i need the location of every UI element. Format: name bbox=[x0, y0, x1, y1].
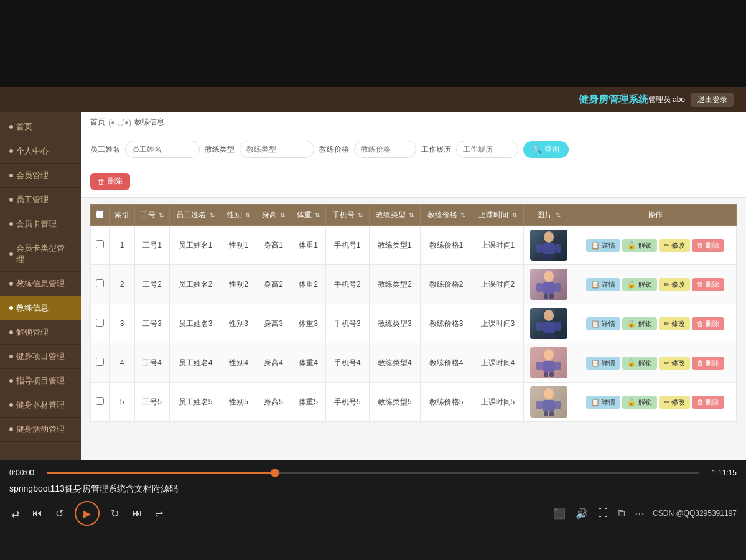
detail-button[interactable]: 📋 详情 bbox=[586, 278, 620, 291]
table-container: 索引 工号 ⇅ 员工姓名 ⇅ 性别 ⇅ 身高 ⇅ 体重 ⇅ 手机号 ⇅ 教练类型… bbox=[81, 198, 746, 428]
delete-button[interactable]: 🗑 删除 bbox=[692, 278, 724, 291]
row-type: 教练类型4 bbox=[369, 343, 421, 383]
action-buttons: 📋 详情 🔓 解锁 ✏ 修改 🗑 删除 bbox=[578, 278, 732, 291]
row-checkbox[interactable] bbox=[96, 397, 104, 405]
loop-button[interactable]: ⇌ bbox=[153, 506, 165, 521]
row-actions: 📋 详情 🔓 解锁 ✏ 修改 🗑 删除 bbox=[574, 265, 737, 304]
table-row: 1 工号1 员工姓名1 性别1 身高1 体重1 手机号1 教练类型1 教练价格1… bbox=[91, 226, 737, 265]
row-checkbox-cell bbox=[91, 383, 110, 422]
sidebar-item-activity[interactable]: 健身活动管理 bbox=[0, 418, 81, 442]
delete-btn-label: 删除 bbox=[108, 176, 123, 187]
sidebar-item-fitness-project[interactable]: 健身项目管理 bbox=[0, 345, 81, 369]
progress-bar[interactable] bbox=[47, 472, 699, 474]
controls-left: ⇄ ⏮ ↺ ▶ ↻ ⏭ ⇌ bbox=[9, 501, 165, 526]
volume-button[interactable]: 🔊 bbox=[574, 506, 590, 521]
sidebar-dot bbox=[9, 403, 13, 407]
play-button[interactable]: ▶ bbox=[75, 501, 100, 526]
edit-button[interactable]: ✏ 修改 bbox=[659, 396, 690, 409]
row-checkbox[interactable] bbox=[96, 279, 104, 287]
row-height: 身高5 bbox=[256, 383, 291, 422]
row-no: 工号4 bbox=[135, 343, 170, 383]
time-total: 1:11:15 bbox=[706, 469, 737, 477]
delete-button[interactable]: 🗑 删除 bbox=[692, 317, 724, 330]
svg-rect-27 bbox=[555, 401, 561, 409]
sort-icon: ⇅ bbox=[556, 212, 561, 218]
row-price: 教练价格2 bbox=[421, 265, 472, 304]
edit-button[interactable]: ✏ 修改 bbox=[659, 278, 690, 291]
row-checkbox[interactable] bbox=[96, 358, 104, 366]
sidebar-item-coach-mgmt[interactable]: 教练信息管理 bbox=[0, 272, 81, 296]
svg-rect-5 bbox=[549, 254, 554, 259]
row-height: 身高3 bbox=[256, 304, 291, 343]
fullscreen-button[interactable]: ⛶ bbox=[596, 506, 610, 521]
unlock-button[interactable]: 🔓 解锁 bbox=[622, 278, 656, 291]
sidebar-item-members[interactable]: 会员管理 bbox=[0, 164, 81, 188]
sidebar-item-home[interactable]: 首页 bbox=[0, 115, 81, 139]
rewind-button[interactable]: ↺ bbox=[54, 506, 65, 521]
sidebar-item-coach-info[interactable]: 教练信息 bbox=[0, 296, 81, 320]
edit-button[interactable]: ✏ 修改 bbox=[659, 317, 690, 330]
progress-thumb[interactable] bbox=[271, 469, 279, 477]
sidebar-item-guide-project[interactable]: 指导项目管理 bbox=[0, 369, 81, 393]
sidebar-item-equipment[interactable]: 健身器材管理 bbox=[0, 393, 81, 418]
edit-button[interactable]: ✏ 修改 bbox=[659, 357, 690, 370]
row-name: 员工姓名2 bbox=[170, 265, 221, 304]
sidebar-label-home: 首页 bbox=[16, 121, 32, 133]
edit-button[interactable]: ✏ 修改 bbox=[659, 239, 690, 252]
fitness-person-icon bbox=[530, 308, 567, 339]
row-phone: 手机号4 bbox=[326, 343, 369, 383]
exp-input[interactable] bbox=[456, 141, 518, 158]
select-all-checkbox[interactable] bbox=[96, 210, 104, 218]
app-body: 首页 个人中心 会员管理 员工管理 会员卡管理 会员卡类型管理 bbox=[0, 112, 746, 460]
header-index: 索引 bbox=[110, 205, 135, 226]
search-button[interactable]: 🔍 查询 bbox=[523, 141, 569, 158]
breadcrumb-home[interactable]: 首页 bbox=[90, 117, 105, 128]
header-action: 操作 bbox=[574, 205, 737, 226]
row-gender: 性别5 bbox=[221, 383, 256, 422]
sidebar-item-personal[interactable]: 个人中心 bbox=[0, 139, 81, 164]
forward-button[interactable]: ↻ bbox=[109, 506, 121, 521]
sidebar-item-member-card[interactable]: 会员卡管理 bbox=[0, 212, 81, 236]
row-weight: 体重1 bbox=[291, 226, 326, 265]
delete-button[interactable]: 🗑 删除 bbox=[692, 357, 724, 370]
prev-button[interactable]: ⏮ bbox=[30, 506, 44, 521]
screen-button[interactable]: ⬛ bbox=[551, 506, 567, 521]
unlock-button[interactable]: 🔓 解锁 bbox=[622, 317, 656, 330]
sidebar-item-staff[interactable]: 员工管理 bbox=[0, 188, 81, 212]
row-checkbox[interactable] bbox=[96, 240, 104, 248]
row-checkbox[interactable] bbox=[96, 319, 104, 327]
fitness-person-icon bbox=[530, 386, 567, 418]
detail-button[interactable]: 📋 详情 bbox=[586, 317, 620, 330]
more-button[interactable]: ⋯ bbox=[633, 506, 646, 521]
pip-button[interactable]: ⧉ bbox=[616, 506, 627, 521]
logout-button[interactable]: 退出登录 bbox=[691, 93, 734, 107]
top-black-bar bbox=[0, 0, 746, 87]
unlock-button[interactable]: 🔓 解锁 bbox=[622, 396, 656, 409]
sidebar-label-coach-info: 教练信息 bbox=[16, 302, 49, 314]
detail-button[interactable]: 📋 详情 bbox=[586, 239, 620, 252]
batch-delete-button[interactable]: 🗑 删除 bbox=[90, 173, 130, 190]
delete-button[interactable]: 🗑 删除 bbox=[692, 239, 724, 252]
delete-button[interactable]: 🗑 删除 bbox=[692, 396, 724, 409]
fitness-person-icon bbox=[530, 230, 567, 261]
type-input[interactable] bbox=[240, 141, 314, 158]
shuffle-button[interactable]: ⇄ bbox=[9, 506, 21, 521]
sidebar-label-members: 会员管理 bbox=[16, 170, 49, 181]
row-gender: 性别2 bbox=[221, 265, 256, 304]
sidebar-label-guide-project: 指导项目管理 bbox=[16, 375, 65, 386]
price-input[interactable] bbox=[354, 141, 416, 158]
svg-rect-29 bbox=[549, 411, 554, 416]
row-name: 员工姓名1 bbox=[170, 226, 221, 265]
detail-button[interactable]: 📋 详情 bbox=[586, 357, 620, 370]
next-button[interactable]: ⏭ bbox=[130, 506, 144, 521]
detail-button[interactable]: 📋 详情 bbox=[586, 396, 620, 409]
sidebar-item-unlock[interactable]: 解锁管理 bbox=[0, 320, 81, 345]
sort-icon: ⇅ bbox=[210, 212, 215, 218]
row-checkbox-cell bbox=[91, 343, 110, 383]
name-input[interactable] bbox=[125, 141, 200, 158]
sidebar-dot bbox=[9, 222, 13, 226]
unlock-button[interactable]: 🔓 解锁 bbox=[622, 357, 656, 370]
sidebar-item-card-type[interactable]: 会员卡类型管理 bbox=[0, 236, 81, 272]
svg-rect-19 bbox=[543, 361, 555, 372]
unlock-button[interactable]: 🔓 解锁 bbox=[622, 239, 656, 252]
